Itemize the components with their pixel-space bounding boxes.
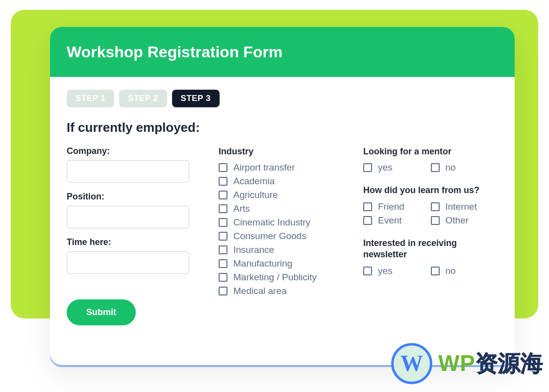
checkbox-label: Consumer Goods xyxy=(233,231,306,242)
checkbox-icon xyxy=(431,163,440,172)
mentor-option-no[interactable]: no xyxy=(431,162,499,173)
checkbox-label: Friend xyxy=(378,201,404,212)
mentor-label: Looking for a mentor xyxy=(363,146,498,157)
industry-label: Industry xyxy=(219,146,349,157)
checkbox-label: Insurance xyxy=(233,245,274,255)
industry-checklist: Airport transfer Academia Agriculture Ar… xyxy=(219,162,349,296)
checkbox-icon xyxy=(219,218,227,227)
checkbox-label: Agriculture xyxy=(233,190,278,200)
industry-option[interactable]: Consumer Goods xyxy=(219,231,349,242)
watermark-suffix: 资源海 xyxy=(475,348,543,379)
newsletter-label: Interested in receiving newsletter xyxy=(363,238,498,261)
checkbox-label: no xyxy=(446,162,456,173)
step-tabs: STEP 1 STEP 2 STEP 3 xyxy=(67,90,498,107)
industry-option[interactable]: Agriculture xyxy=(219,190,349,200)
checkbox-icon xyxy=(219,191,227,199)
checkbox-label: Medical area xyxy=(233,286,287,296)
checkbox-label: Event xyxy=(378,215,402,226)
checkbox-icon xyxy=(431,267,440,275)
checkbox-icon xyxy=(363,216,372,225)
watermark-logo-icon: W xyxy=(391,343,432,384)
step-2-tab[interactable]: STEP 2 xyxy=(119,90,167,107)
checkbox-label: yes xyxy=(378,162,393,173)
industry-option[interactable]: Airport transfer xyxy=(219,162,349,173)
learn-option-friend[interactable]: Friend xyxy=(363,201,431,212)
submit-button[interactable]: Submit xyxy=(67,299,136,325)
newsletter-options: yes no xyxy=(363,266,498,276)
checkbox-icon xyxy=(219,287,227,295)
learn-option-other[interactable]: Other xyxy=(431,215,499,226)
newsletter-option-yes[interactable]: yes xyxy=(363,266,431,276)
step-3-tab[interactable]: STEP 3 xyxy=(172,90,220,107)
checkbox-icon xyxy=(363,202,372,211)
learn-option-event[interactable]: Event xyxy=(363,215,431,226)
industry-option[interactable]: Insurance xyxy=(219,245,349,255)
watermark: W WP资源海 xyxy=(391,343,543,384)
newsletter-option-no[interactable]: no xyxy=(431,266,499,276)
mentor-option-yes[interactable]: yes xyxy=(363,162,431,173)
step-1-tab[interactable]: STEP 1 xyxy=(67,90,114,107)
checkbox-label: Internet xyxy=(446,201,477,212)
learn-options: Friend Internet Event Other xyxy=(363,201,498,226)
checkbox-icon xyxy=(363,267,372,275)
form-card: Workshop Registration Form STEP 1 STEP 2… xyxy=(50,27,515,365)
checkbox-label: Manufacturing xyxy=(233,258,292,269)
checkbox-icon xyxy=(219,259,227,268)
learn-option-internet[interactable]: Internet xyxy=(431,201,499,212)
checkbox-icon xyxy=(219,177,227,186)
industry-option[interactable]: Arts xyxy=(219,203,349,214)
checkbox-label: Cinematic Industry xyxy=(233,217,310,228)
form-header: Workshop Registration Form xyxy=(50,27,515,77)
checkbox-label: Airport transfer xyxy=(233,162,295,173)
checkbox-label: Other xyxy=(446,215,469,226)
checkbox-icon xyxy=(363,163,372,172)
checkbox-icon xyxy=(219,232,227,241)
checkbox-icon xyxy=(431,216,440,225)
form-body: STEP 1 STEP 2 STEP 3 If currently employ… xyxy=(50,77,515,335)
checkbox-icon xyxy=(431,202,440,211)
industry-option[interactable]: Manufacturing xyxy=(219,258,349,269)
position-input[interactable] xyxy=(67,206,189,228)
mentor-options: yes no xyxy=(363,162,498,173)
column-right: Looking for a mentor yes no How did you … xyxy=(363,146,498,325)
industry-option[interactable]: Academia xyxy=(219,176,349,187)
industry-option[interactable]: Cinematic Industry xyxy=(219,217,349,228)
checkbox-label: Marketing / Publicity xyxy=(233,272,317,283)
position-label: Position: xyxy=(67,192,204,202)
checkbox-icon xyxy=(219,245,227,254)
checkbox-icon xyxy=(219,273,227,282)
time-here-input[interactable] xyxy=(67,251,189,274)
company-label: Company: xyxy=(67,146,204,156)
industry-option[interactable]: Medical area xyxy=(219,286,349,296)
checkbox-label: Academia xyxy=(233,176,275,187)
column-left: Company: Position: Time here: Submit xyxy=(67,146,204,325)
checkbox-icon xyxy=(219,163,227,172)
form-title: Workshop Registration Form xyxy=(67,43,282,61)
checkbox-label: no xyxy=(446,266,456,276)
watermark-prefix: WP xyxy=(438,350,475,376)
checkbox-label: Arts xyxy=(233,203,250,214)
column-industry: Industry Airport transfer Academia Agric… xyxy=(219,146,349,325)
company-input[interactable] xyxy=(67,160,189,183)
industry-option[interactable]: Marketing / Publicity xyxy=(219,272,349,283)
learn-label: How did you learn from us? xyxy=(363,185,498,196)
watermark-w-icon: W xyxy=(400,352,423,375)
watermark-text: WP资源海 xyxy=(438,348,543,379)
checkbox-label: yes xyxy=(378,266,393,276)
form-columns: Company: Position: Time here: Submit Ind… xyxy=(67,146,498,325)
checkbox-icon xyxy=(219,204,227,213)
time-here-label: Time here: xyxy=(67,237,204,247)
section-heading: If currently employed: xyxy=(67,120,498,135)
